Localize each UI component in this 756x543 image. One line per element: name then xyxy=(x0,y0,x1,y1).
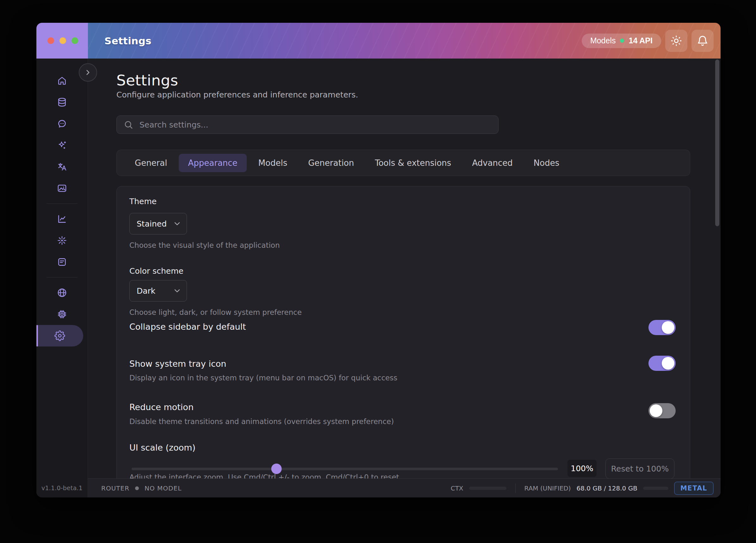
search-input[interactable] xyxy=(139,120,491,130)
globe-icon xyxy=(57,287,67,298)
page-subtitle: Configure application preferences and in… xyxy=(116,90,358,99)
backend-badge: METAL xyxy=(674,482,714,495)
database-icon xyxy=(57,97,67,108)
reduce-motion-help: Disable theme transitions and animations… xyxy=(129,417,394,426)
notifications-button[interactable] xyxy=(691,30,714,52)
color-scheme-help: Choose light, dark, or follow system pre… xyxy=(129,308,302,317)
ctx-meter xyxy=(469,487,506,490)
sidebar-collapse-button[interactable] xyxy=(79,63,97,82)
sidebar-divider xyxy=(46,203,77,204)
tab-models[interactable]: Models xyxy=(249,154,297,172)
app-window: Settings Models 14 API xyxy=(36,23,721,497)
sidebar-item-images[interactable] xyxy=(36,177,88,199)
translate-icon xyxy=(57,161,67,172)
sun-icon xyxy=(670,35,682,47)
chip-icon xyxy=(57,309,67,320)
appearance-panel: Theme Stained Choose the visual style of… xyxy=(116,186,690,478)
ram-label: RAM (UNIFIED) xyxy=(524,484,571,492)
color-scheme-select[interactable]: Dark xyxy=(129,280,187,302)
sidebar-item-processing[interactable] xyxy=(36,230,88,251)
models-pill-label: Models xyxy=(590,36,616,45)
toggle-knob xyxy=(662,357,674,370)
sidebar-item-hardware[interactable] xyxy=(36,304,88,325)
traffic-light-strip xyxy=(36,23,88,59)
color-scheme-select-value: Dark xyxy=(137,287,155,296)
system-tray-label: Show system tray icon xyxy=(129,359,226,369)
zoom-window-button[interactable] xyxy=(71,37,78,44)
models-status-pill[interactable]: Models 14 API xyxy=(582,34,661,48)
sidebar-item-notes[interactable] xyxy=(36,251,88,273)
chevron-down-icon xyxy=(173,287,182,295)
reduce-motion-label: Reduce motion xyxy=(129,402,194,412)
sidebar-nav xyxy=(36,70,88,347)
tab-advanced[interactable]: Advanced xyxy=(463,154,522,172)
tab-nodes[interactable]: Nodes xyxy=(524,154,568,172)
scrollbar-thumb[interactable] xyxy=(715,59,719,226)
theme-help: Choose the visual style of the applicati… xyxy=(129,241,280,249)
status-bar: ROUTER NO MODEL CTX RAM (UNIFIED) 68.0 G… xyxy=(88,478,721,497)
model-status-label: NO MODEL xyxy=(145,484,182,492)
toggle-knob xyxy=(650,404,662,417)
sparkles-icon xyxy=(57,140,67,151)
notes-icon xyxy=(57,256,67,267)
sidebar-item-metrics[interactable] xyxy=(36,208,88,230)
system-tray-help: Display an icon in the system tray (menu… xyxy=(129,374,397,382)
ui-scale-help: Adjust the interface zoom. Use Cmd/Ctrl … xyxy=(129,473,399,478)
sidebar: v1.1.0-beta.1 xyxy=(36,59,88,497)
titlebar: Settings Models 14 API xyxy=(36,23,721,59)
ui-scale-slider[interactable] xyxy=(132,468,558,470)
model-status-dot xyxy=(135,486,139,490)
page-title: Settings xyxy=(116,71,178,89)
collapse-sidebar-label: Collapse sidebar by default xyxy=(129,322,246,332)
ui-scale-value: 100% xyxy=(567,460,597,477)
home-icon xyxy=(57,75,67,86)
gear-icon xyxy=(54,330,65,341)
reset-scale-button[interactable]: Reset to 100% xyxy=(605,459,674,478)
theme-select[interactable]: Stained xyxy=(129,213,187,234)
sidebar-item-network[interactable] xyxy=(36,282,88,304)
titlebar-gradient: Settings Models 14 API xyxy=(88,23,721,59)
settings-page: Settings Configure application preferenc… xyxy=(88,59,721,478)
tab-tools-extensions[interactable]: Tools & extensions xyxy=(366,154,460,172)
online-status-dot xyxy=(620,39,624,43)
close-window-button[interactable] xyxy=(47,37,54,44)
settings-search xyxy=(116,115,499,134)
burst-icon xyxy=(57,235,67,246)
toggle-knob xyxy=(662,321,674,334)
line-chart-icon xyxy=(57,213,67,224)
search-icon xyxy=(124,120,133,129)
api-count-label: 14 API xyxy=(629,36,653,45)
settings-tabs: General Appearance Models Generation Too… xyxy=(116,150,690,176)
tab-general[interactable]: General xyxy=(126,154,176,172)
minimize-window-button[interactable] xyxy=(59,37,66,44)
chat-bubble-icon xyxy=(57,118,67,129)
theme-brightness-button[interactable] xyxy=(665,30,687,52)
ui-scale-slider-thumb[interactable] xyxy=(271,464,282,474)
image-icon xyxy=(57,183,67,194)
ram-value: 68.0 GB / 128.0 GB xyxy=(577,484,637,492)
theme-select-value: Stained xyxy=(137,219,167,228)
sidebar-item-sparkles[interactable] xyxy=(36,134,88,156)
bell-icon xyxy=(697,35,709,47)
sidebar-item-database[interactable] xyxy=(36,91,88,113)
sidebar-item-settings[interactable] xyxy=(36,325,83,347)
ram-meter xyxy=(643,487,668,490)
theme-label: Theme xyxy=(129,197,157,206)
sidebar-divider xyxy=(46,277,77,278)
window-title: Settings xyxy=(104,35,152,46)
tab-generation[interactable]: Generation xyxy=(299,154,363,172)
chevron-down-icon xyxy=(173,219,182,228)
collapse-sidebar-toggle[interactable] xyxy=(648,320,676,335)
tab-appearance[interactable]: Appearance xyxy=(179,154,246,172)
statusbar-divider xyxy=(515,484,516,493)
chevron-right-icon xyxy=(84,68,92,77)
reduce-motion-toggle[interactable] xyxy=(648,403,676,418)
app-version-label: v1.1.0-beta.1 xyxy=(36,478,88,497)
titlebar-actions: Models 14 API xyxy=(582,23,714,59)
ui-scale-label: UI scale (zoom) xyxy=(129,443,195,453)
color-scheme-label: Color scheme xyxy=(129,266,183,276)
system-tray-toggle[interactable] xyxy=(648,356,676,371)
sidebar-item-chat[interactable] xyxy=(36,113,88,134)
sidebar-item-translate[interactable] xyxy=(36,156,88,177)
router-label: ROUTER xyxy=(101,484,129,492)
